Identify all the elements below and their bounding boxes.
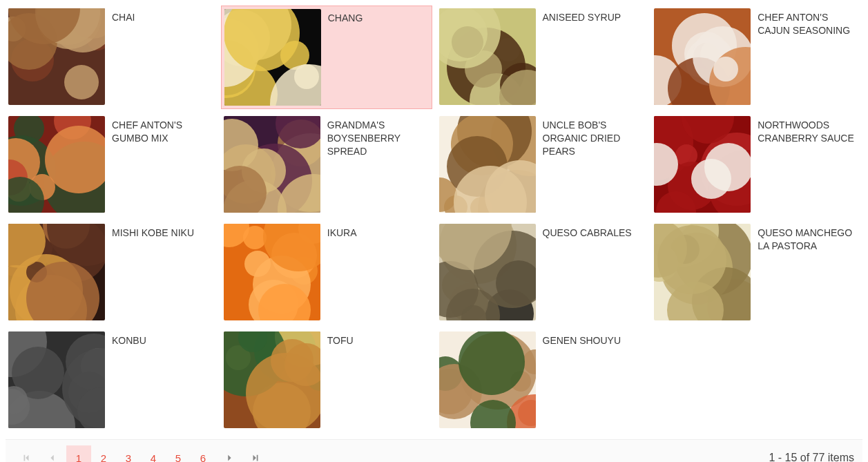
product-name: Aniseed Syrup <box>536 8 621 24</box>
product-card[interactable]: Aniseed Syrup <box>436 6 648 109</box>
pager-controls: 123456 <box>14 445 268 462</box>
product-card[interactable]: Uncle Bob's Organic Dried Pears <box>436 113 648 217</box>
product-thumbnail <box>439 331 536 428</box>
product-thumbnail <box>654 224 751 320</box>
product-thumbnail <box>439 224 536 320</box>
pager-page-2[interactable]: 2 <box>91 445 116 462</box>
list-view: ChaiChangAniseed SyrupChef Anton's Cajun… <box>6 6 862 462</box>
product-thumbnail <box>8 116 105 213</box>
product-card[interactable]: Tofu <box>221 329 432 432</box>
pager-page-6[interactable]: 6 <box>191 445 215 462</box>
seek-start-icon <box>21 453 31 462</box>
product-thumbnail <box>224 224 320 320</box>
product-card[interactable]: Konbu <box>6 329 217 432</box>
product-name: Grandma's Boysenberry Spread <box>320 116 430 158</box>
pager-page-4[interactable]: 4 <box>141 445 166 462</box>
svg-point-164 <box>459 331 525 395</box>
product-thumbnail <box>224 9 321 106</box>
product-name: Chef Anton's Gumbo Mix <box>105 116 214 145</box>
product-thumbnail <box>439 8 536 105</box>
product-thumbnail <box>654 116 751 213</box>
pager: 123456 1 - 15 of 77 items <box>6 439 862 462</box>
svg-point-10 <box>64 65 99 99</box>
product-card[interactable]: Northwoods Cranberry Sauce <box>651 113 862 217</box>
product-card[interactable]: Ikura <box>221 221 432 325</box>
product-thumbnail <box>224 331 320 428</box>
pager-page-3[interactable]: 3 <box>116 445 141 462</box>
pager-page-1[interactable]: 1 <box>66 445 91 462</box>
product-name: Uncle Bob's Organic Dried Pears <box>536 116 645 158</box>
product-card[interactable]: Queso Manchego La Pastora <box>651 221 862 325</box>
pager-last-button[interactable] <box>243 445 268 462</box>
product-name: Ikura <box>320 224 357 240</box>
product-thumbnail <box>8 331 105 428</box>
product-card[interactable]: Queso Cabrales <box>436 221 648 325</box>
svg-point-86 <box>704 143 751 191</box>
product-name: Tofu <box>320 331 354 347</box>
svg-point-43 <box>713 57 738 81</box>
product-thumbnail <box>8 224 105 320</box>
product-name: Queso Manchego La Pastora <box>751 224 860 253</box>
product-name: Chai <box>105 8 135 24</box>
seek-end-icon <box>251 453 260 462</box>
product-name: Northwoods Cranberry Sauce <box>751 116 860 145</box>
product-thumbnail <box>654 8 751 105</box>
pager-next-button[interactable] <box>217 445 242 462</box>
pager-pages: 123456 <box>66 445 215 462</box>
pager-prev-button[interactable] <box>40 445 65 462</box>
chevron-left-icon <box>48 453 57 462</box>
product-card[interactable]: Grandma's Boysenberry Spread <box>221 113 432 217</box>
product-name: Chef Anton's Cajun Seasoning <box>751 8 860 37</box>
chevron-right-icon <box>224 453 234 462</box>
product-card[interactable]: Genen Shouyu <box>436 329 648 432</box>
product-thumbnail <box>8 8 105 105</box>
product-card[interactable]: Chai <box>6 6 217 109</box>
product-thumbnail <box>439 116 536 213</box>
product-card[interactable]: Chef Anton's Gumbo Mix <box>6 113 217 217</box>
product-name: Queso Cabrales <box>536 224 632 240</box>
product-grid: ChaiChangAniseed SyrupChef Anton's Cajun… <box>6 6 862 432</box>
pager-page-5[interactable]: 5 <box>166 445 191 462</box>
pager-status: 1 - 15 of 77 items <box>769 452 854 462</box>
product-name: Mishi Kobe Niku <box>105 224 194 240</box>
product-card[interactable]: Chef Anton's Cajun Seasoning <box>651 6 862 109</box>
product-card[interactable]: Mishi Kobe Niku <box>6 221 217 325</box>
product-name: Chang <box>321 9 363 25</box>
svg-point-131 <box>657 225 726 294</box>
product-card[interactable]: Chang <box>221 6 432 109</box>
product-thumbnail <box>224 116 320 213</box>
pager-first-button[interactable] <box>14 445 39 462</box>
product-name: Genen Shouyu <box>536 331 621 347</box>
product-name: Konbu <box>105 331 146 347</box>
